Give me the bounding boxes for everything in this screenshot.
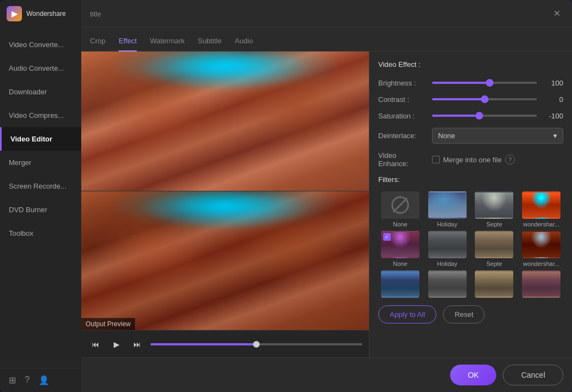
filters-section: Filters: (378, 175, 563, 184)
dialog-content: Output Preview ⏮ ▶ ⏭ Video Effect : (81, 52, 572, 357)
deinterlace-label: Deinterlace: (378, 132, 428, 140)
sidebar-item-video-editor[interactable]: Video Editor (0, 127, 81, 151)
deinterlace-row: Deinterlace: None ▾ (378, 128, 563, 144)
original-preview (81, 52, 369, 191)
filter-holiday-1-label: Holiday (437, 221, 457, 228)
preview-area: Output Preview ⏮ ▶ ⏭ (81, 52, 369, 357)
sidebar-item-toolbox[interactable]: Toolbox (0, 221, 81, 245)
main-content: title ✕ Crop Effect Watermark Subtitle A… (81, 0, 572, 392)
filters-row-1: None Holiday Septe wondershar... (378, 191, 563, 228)
filter-none-2[interactable]: ✓ None (378, 231, 422, 267)
contrast-row: Contrast : 0 (378, 95, 563, 104)
sidebar-item-audio-converter[interactable]: Audio Converte... (0, 56, 81, 80)
title-bar: title ✕ (81, 0, 572, 27)
layout-icon[interactable]: ⊞ (9, 375, 16, 385)
skip-forward-button[interactable]: ⏭ (130, 337, 145, 352)
saturation-value: -100 (541, 112, 563, 120)
filter-holiday-2[interactable]: Holiday (425, 231, 469, 267)
contrast-value: 0 (541, 95, 563, 104)
progress-fill (150, 343, 256, 345)
sidebar: ▶ Wondershare Video Converte... Audio Co… (0, 0, 81, 392)
filter-septe-1-label: Septe (486, 221, 502, 228)
filter-septe-1[interactable]: Septe (473, 191, 517, 228)
filter-septe-2-label: Septe (486, 260, 502, 267)
filter-none-2-label: None (393, 260, 407, 267)
tabs-bar: Crop Effect Watermark Subtitle Audio (81, 27, 572, 52)
enhance-row: Video Enhance: Merge into one file ? (378, 151, 563, 168)
sidebar-item-video-converter[interactable]: Video Converte... (0, 33, 81, 56)
filter-wondershare-1-label: wondershar... (523, 221, 559, 228)
help-icon[interactable]: ? (25, 375, 30, 385)
deinterlace-select[interactable]: None ▾ (432, 128, 563, 144)
window-title: title (90, 9, 101, 18)
brightness-row: Brightness : 100 (378, 78, 563, 87)
chevron-down-icon: ▾ (553, 132, 557, 140)
progress-bar[interactable] (150, 343, 362, 345)
brightness-value: 100 (541, 79, 563, 87)
tab-watermark[interactable]: Watermark (150, 31, 184, 52)
logo-icon: ▶ (7, 6, 22, 21)
filter-wondershare-1[interactable]: wondershar... (519, 191, 563, 228)
sidebar-item-screen-recorder[interactable]: Screen Recorde... (0, 174, 81, 198)
profile-icon[interactable]: 👤 (38, 375, 49, 385)
saturation-label: Saturation : (378, 112, 428, 120)
app-window: ▶ Wondershare Video Converte... Audio Co… (0, 0, 572, 392)
filter-actions-row: Apply to All Reset (378, 305, 563, 323)
contrast-slider[interactable] (432, 95, 537, 104)
filter-row3-1[interactable] (378, 270, 422, 298)
reset-button[interactable]: Reset (443, 305, 485, 323)
filters-label: Filters: (378, 175, 563, 184)
filter-wondershare-2-label: wondershar... (523, 260, 559, 267)
video-effect-title: Video Effect : (378, 60, 563, 69)
filter-none-1[interactable]: None (378, 191, 422, 228)
enhance-checkbox[interactable] (432, 156, 440, 163)
progress-thumb (253, 341, 260, 348)
tab-audio[interactable]: Audio (235, 31, 253, 52)
brightness-label: Brightness : (378, 79, 428, 87)
close-button[interactable]: ✕ (550, 7, 563, 20)
app-name: Wondershare (26, 10, 66, 18)
filter-row3-2[interactable] (425, 270, 469, 298)
sidebar-item-video-compressor[interactable]: Video Compres... (0, 104, 81, 127)
cancel-button[interactable]: Cancel (503, 365, 563, 385)
preview-bottom: Output Preview (81, 191, 369, 331)
saturation-row: Saturation : -100 (378, 111, 563, 120)
output-label: Output Preview (81, 318, 135, 330)
tab-effect[interactable]: Effect (119, 31, 137, 52)
sidebar-item-dvd-burner[interactable]: DVD Burner (0, 198, 81, 221)
skip-back-button[interactable]: ⏮ (88, 337, 103, 352)
filter-row3-4[interactable] (519, 270, 563, 298)
filter-holiday-2-label: Holiday (437, 260, 457, 267)
playback-bar: ⏮ ▶ ⏭ (81, 330, 369, 357)
filter-septe-2[interactable]: Septe (473, 231, 517, 267)
filter-selected-check: ✓ (383, 233, 391, 241)
filters-row-3 (378, 270, 563, 298)
filters-row-2: ✓ None Holiday Septe (378, 231, 563, 267)
output-preview (81, 191, 369, 331)
saturation-slider[interactable] (432, 111, 537, 120)
brightness-slider[interactable] (432, 78, 537, 87)
bottom-actions: OK Cancel (81, 357, 572, 392)
right-panel: Video Effect : Brightness : 100 Contrast… (369, 52, 572, 357)
contrast-label: Contrast : (378, 95, 428, 104)
filter-row3-3[interactable] (473, 270, 517, 298)
filter-none-1-label: None (393, 221, 407, 228)
filters-grid-container: None Holiday Septe wondershar... (378, 191, 563, 298)
apply-to-all-button[interactable]: Apply to All (378, 305, 436, 323)
tab-subtitle[interactable]: Subtitle (198, 31, 221, 52)
sidebar-item-merger[interactable]: Merger (0, 151, 81, 174)
help-tooltip-icon[interactable]: ? (505, 155, 515, 164)
tab-crop[interactable]: Crop (90, 31, 105, 52)
sidebar-header: ▶ Wondershare (0, 0, 81, 27)
filter-holiday-1[interactable]: Holiday (425, 191, 469, 228)
sidebar-bottom: ⊞ ? 👤 (0, 368, 81, 392)
merge-label: Merge into one file (443, 156, 502, 164)
enhance-label: Video Enhance: (378, 151, 428, 168)
preview-top (81, 52, 369, 191)
ok-button[interactable]: OK (450, 365, 496, 385)
sidebar-item-downloader[interactable]: Downloader (0, 80, 81, 104)
play-button[interactable]: ▶ (109, 337, 124, 352)
filter-wondershare-2[interactable]: wondershar... (519, 231, 563, 267)
